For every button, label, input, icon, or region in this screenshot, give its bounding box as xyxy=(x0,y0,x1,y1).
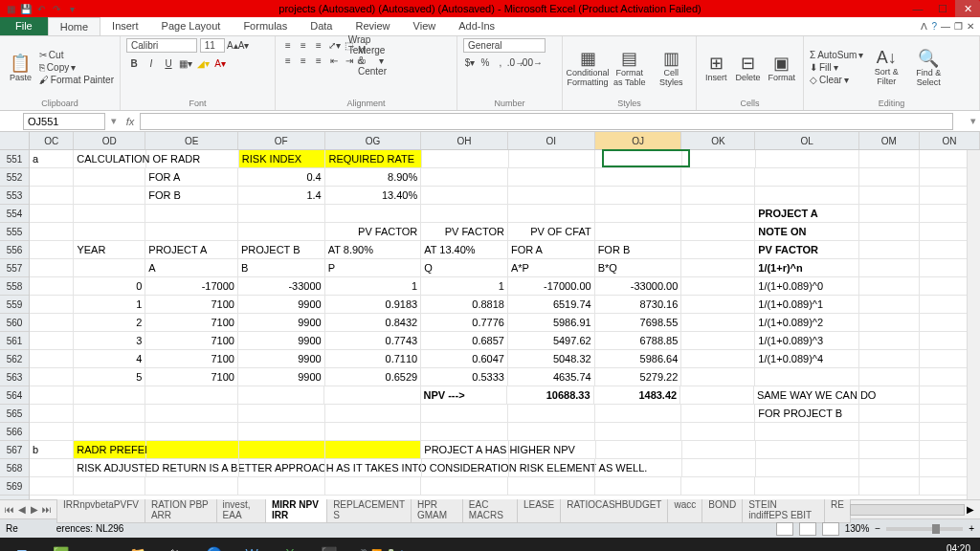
cut-button[interactable]: ✂ Cut xyxy=(39,50,114,60)
cell-OJ566[interactable] xyxy=(595,423,682,441)
cell-OL566[interactable] xyxy=(755,423,858,441)
cell-OI557[interactable]: A*P xyxy=(508,259,595,277)
cell-OJ551[interactable] xyxy=(595,150,682,168)
hscroll-right-icon[interactable]: ▶ xyxy=(967,504,974,515)
cell-OG567[interactable] xyxy=(325,441,421,459)
cell-OC558[interactable] xyxy=(30,277,74,296)
cell-OK551[interactable] xyxy=(682,150,756,168)
zoom-slider[interactable] xyxy=(886,527,963,531)
insert-tab[interactable]: Insert xyxy=(100,17,150,35)
cell-OE560[interactable]: 7100 xyxy=(145,314,238,332)
next-sheet-icon[interactable]: ▶ xyxy=(29,504,40,515)
cell-OC559[interactable] xyxy=(30,296,74,314)
cell-OC560[interactable] xyxy=(30,314,74,332)
cell-OH566[interactable] xyxy=(421,423,508,441)
number-format-select[interactable]: General xyxy=(463,38,546,53)
cell-OD558[interactable]: 0 xyxy=(74,277,145,296)
cell-OI556[interactable]: FOR A xyxy=(508,241,595,259)
redo-icon[interactable]: ↷ xyxy=(50,2,63,15)
col-header-OL[interactable]: OL xyxy=(755,132,858,149)
cell-OE564[interactable] xyxy=(145,386,237,405)
row-header-558[interactable]: 558 xyxy=(0,277,29,296)
col-header-OK[interactable]: OK xyxy=(681,132,755,149)
col-header-ON[interactable]: ON xyxy=(920,132,980,149)
orientation-icon[interactable]: ⤢▾ xyxy=(327,38,341,52)
cell-OD559[interactable]: 1 xyxy=(74,296,145,314)
cell-OC565[interactable] xyxy=(30,405,74,423)
row-header-560[interactable]: 560 xyxy=(0,314,29,332)
cell-OD555[interactable] xyxy=(74,223,145,241)
cell-OE558[interactable]: -17000 xyxy=(145,277,238,296)
cell-OJ558[interactable]: -33000.00 xyxy=(595,277,682,296)
cell-OL561[interactable]: 1/(1+0.089)^3 xyxy=(755,332,858,350)
maximize-button[interactable]: ☐ xyxy=(930,0,955,17)
cell-OG562[interactable]: 0.7110 xyxy=(325,350,422,368)
cell-OD563[interactable]: 5 xyxy=(74,368,145,386)
row-header-556[interactable]: 556 xyxy=(0,241,29,259)
cell-OI555[interactable]: PV OF CFAT xyxy=(508,223,595,241)
align-right-icon[interactable]: ≡ xyxy=(312,54,325,67)
cell-OJ556[interactable]: FOR B xyxy=(595,241,682,259)
cell-OL564[interactable]: SAME WAY WE CAN DO xyxy=(754,386,859,405)
sheet-tab[interactable]: EAC MACRS xyxy=(462,496,518,523)
help-icon[interactable]: ? xyxy=(931,21,937,32)
cell-OF567[interactable] xyxy=(239,441,325,459)
cell-OI552[interactable] xyxy=(508,168,595,187)
sheet-tab[interactable]: wacc xyxy=(667,496,702,523)
cell-OM568[interactable] xyxy=(859,459,920,477)
cell-OM553[interactable] xyxy=(859,187,920,205)
find-select-button[interactable]: 🔍Find & Select xyxy=(909,38,947,97)
fx-icon[interactable]: fx xyxy=(121,116,140,127)
cell-OF559[interactable]: 9900 xyxy=(238,296,325,314)
cell-OJ554[interactable] xyxy=(595,205,682,223)
cell-OL569[interactable] xyxy=(755,477,858,496)
cell-OI553[interactable] xyxy=(508,187,595,205)
cell-OM569[interactable] xyxy=(859,477,920,496)
italic-button[interactable]: I xyxy=(144,55,159,71)
cell-OH565[interactable] xyxy=(421,405,508,423)
row-header-561[interactable]: 561 xyxy=(0,332,29,350)
border-button[interactable]: ▦▾ xyxy=(178,55,193,71)
sheet-tab[interactable]: BOND xyxy=(702,496,743,523)
cell-OG553[interactable]: 13.40% xyxy=(325,187,422,205)
shrink-font-icon[interactable]: A▾ xyxy=(238,40,250,51)
spreadsheet-grid[interactable]: 5515525535545555565575585595605615625635… xyxy=(0,132,980,499)
taskbar-adobe[interactable]: ⬛ xyxy=(310,540,346,551)
align-center-icon[interactable]: ≡ xyxy=(297,54,310,67)
save-icon[interactable]: 💾 xyxy=(19,2,33,15)
col-header-OD[interactable]: OD xyxy=(74,132,145,149)
merge-center-button[interactable]: ▭ Merge & Center ▾ xyxy=(364,54,377,67)
row-header-562[interactable]: 562 xyxy=(0,350,29,368)
formulas-tab[interactable]: Formulas xyxy=(232,17,299,35)
cell-OF564[interactable] xyxy=(238,386,325,405)
cell-OM565[interactable] xyxy=(859,405,920,423)
grow-font-icon[interactable]: A▴ xyxy=(227,40,238,51)
cell-OM560[interactable] xyxy=(859,314,920,332)
cell-OJ568[interactable] xyxy=(595,459,682,477)
taskbar-app[interactable]: 🟩 xyxy=(42,540,78,551)
cell-OI562[interactable]: 5048.32 xyxy=(508,350,595,368)
cell-OK553[interactable] xyxy=(681,187,755,205)
col-header-OC[interactable]: OC xyxy=(30,132,74,149)
sheet-tab[interactable]: RATION PBP ARR xyxy=(145,496,217,523)
font-color-button[interactable]: A▾ xyxy=(212,55,228,71)
cell-OC551[interactable]: a xyxy=(30,150,74,168)
cell-OC569[interactable] xyxy=(30,477,74,496)
cell-OJ555[interactable] xyxy=(595,223,682,241)
cell-OG559[interactable]: 0.9183 xyxy=(325,296,422,314)
cell-OM562[interactable] xyxy=(859,350,920,368)
align-top-icon[interactable]: ≡ xyxy=(281,38,295,52)
cell-OM558[interactable] xyxy=(859,277,920,296)
cell-OL563[interactable] xyxy=(755,368,858,386)
cell-OG561[interactable]: 0.7743 xyxy=(325,332,422,350)
cell-OG551[interactable]: REQUIRED RATE xyxy=(325,150,421,168)
cell-OM552[interactable] xyxy=(859,168,920,187)
format-cells-button[interactable]: ▣Format xyxy=(766,38,797,97)
name-box-dropdown[interactable]: ▾ xyxy=(107,115,121,127)
sheet-tab[interactable]: RE xyxy=(824,496,851,523)
cell-OL558[interactable]: 1/(1+0.089)^0 xyxy=(755,277,858,296)
cell-OK557[interactable] xyxy=(681,259,755,277)
cell-OC557[interactable] xyxy=(30,259,74,277)
cell-OF560[interactable]: 9900 xyxy=(238,314,325,332)
cell-OI564[interactable]: 10688.33 xyxy=(507,386,594,405)
